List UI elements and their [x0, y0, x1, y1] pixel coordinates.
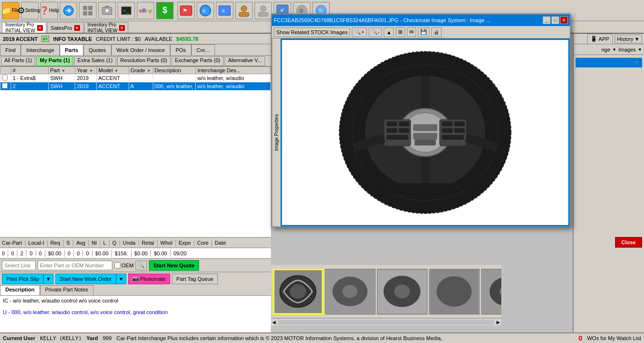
col-header-model[interactable]: Model ▼	[96, 67, 129, 74]
nav-tab-parts[interactable]: Parts	[60, 44, 84, 55]
popup-close-btn[interactable]: ✕	[560, 16, 568, 24]
thumbnail-2[interactable]	[325, 269, 376, 315]
print-btn[interactable]: 🖨	[431, 27, 442, 37]
icon-btn-1[interactable]: ⚑	[177, 2, 195, 19]
col-header-interchange[interactable]: Interchange Des...	[196, 67, 271, 74]
prev-img-btn[interactable]: ▲	[384, 27, 394, 37]
svg-text:⚑: ⚑	[183, 8, 188, 13]
icon-btn-4[interactable]	[235, 2, 253, 19]
zoom-out-icon: 🔍-	[371, 29, 380, 35]
grid-view-btn[interactable]: ⊞	[396, 27, 405, 37]
col-header-part[interactable]: Part ▼	[48, 67, 75, 74]
svg-text:✔: ✔	[280, 7, 284, 13]
select-line-input[interactable]	[2, 261, 36, 270]
sub-tab-myparts[interactable]: My Parts (1)	[36, 56, 73, 66]
stat-avg-val: 0	[39, 251, 42, 256]
update-btn[interactable]	[60, 2, 77, 19]
grid-btn[interactable]	[79, 2, 96, 19]
row1-check[interactable]	[0, 74, 11, 82]
thumbnail-4[interactable]	[429, 269, 480, 315]
terminal-btn[interactable]: >_	[118, 2, 135, 19]
sub-tab-allparts[interactable]: All Parts (1)	[1, 56, 35, 66]
tab-salespro[interactable]: SalesPro ✕	[47, 22, 83, 33]
print-pick-slip-button[interactable]: Print Pick Slip	[2, 274, 43, 284]
thumbnail-1[interactable]	[273, 269, 323, 315]
print-pick-slip-dropdown[interactable]: ▼	[43, 274, 54, 284]
nav-tab-interchange[interactable]: Interchange	[21, 44, 59, 55]
part-tag-queue-button[interactable]: Part Tag Queue	[172, 274, 218, 284]
nav-tab-pos[interactable]: POs	[170, 44, 191, 55]
col-header-year[interactable]: Year ▼	[75, 67, 96, 74]
svg-rect-58	[399, 121, 409, 126]
tab-inventory-2[interactable]: Inventory Pro INITIAL VIEW ✕	[84, 22, 129, 33]
help-btn[interactable]: ❓ Help	[40, 2, 58, 19]
images-filter-icon[interactable]: ▼	[638, 47, 642, 52]
history-button[interactable]: History ▼	[615, 35, 642, 43]
col-header-description[interactable]: Description	[153, 67, 196, 74]
close-button[interactable]: Close	[615, 237, 642, 248]
tab-close-3[interactable]: ✕	[119, 25, 125, 31]
ebay-btn[interactable]: eBay	[137, 2, 154, 19]
start-new-work-order-dropdown[interactable]: ▼	[116, 274, 126, 284]
photomate-button[interactable]: 📷 Photomate	[128, 274, 170, 284]
start-new-work-order-button[interactable]: Start New Work Order	[55, 274, 116, 284]
scroll-left-arrow[interactable]: ◀	[271, 320, 277, 325]
dollar-btn[interactable]: $	[156, 2, 174, 19]
popup-minimize-btn[interactable]: _	[543, 16, 550, 24]
grid-icon: ⊞	[398, 29, 402, 35]
zoom-in-btn[interactable]: 🔍+	[352, 27, 366, 37]
tab-inventory-1[interactable]: Inventory Pro INITIAL VIEW ✕	[2, 22, 46, 33]
description-tabs: Description Private Part Notes	[0, 285, 271, 296]
status-bar: Current User KELLY (KELLY) Yard 999 Car-…	[0, 332, 644, 343]
scroll-track[interactable]	[278, 320, 494, 325]
sub-tab-extrasales[interactable]: Extra Sales (1)	[74, 56, 116, 66]
search-button[interactable]: 🔍	[135, 261, 147, 270]
nav-tab-cre[interactable]: Cre...	[191, 44, 215, 55]
thumbnail-3[interactable]	[377, 269, 428, 315]
sub-tab-exchangeparts[interactable]: Exchange Parts (0)	[172, 56, 224, 66]
zoom-out-btn[interactable]: 🔍-	[369, 27, 382, 37]
show-stock-images-btn[interactable]: Show Related STOCK Images	[274, 27, 350, 37]
scroll-right-arrow[interactable]: ▶	[495, 320, 501, 325]
start-new-quote-button[interactable]: Start New Quote	[149, 260, 199, 271]
icon-btn-3[interactable]: ≡	[216, 2, 233, 19]
car-tag[interactable]: 🏷	[41, 36, 49, 42]
popup-main-image[interactable]	[281, 39, 570, 226]
photo-btn[interactable]	[98, 2, 116, 19]
row2-check[interactable]	[0, 82, 11, 91]
desc-tab-description[interactable]: Description	[0, 285, 40, 295]
tab-label-1: Inventory Pro INITIAL VIEW	[5, 22, 35, 34]
popup-restore-btn[interactable]: □	[551, 16, 559, 24]
nav-tab-workorder[interactable]: Work Order / Invoice	[111, 44, 171, 55]
oem-label: OEM	[121, 263, 134, 268]
file-btn[interactable]: 📁 File	[2, 2, 19, 19]
tab-close-1[interactable]: ✕	[37, 25, 43, 31]
desc-tab-private-notes[interactable]: Private Part Notes	[40, 285, 94, 295]
stat-l-val: 0	[67, 251, 70, 256]
sub-tab-alternativev[interactable]: Alternative V...	[225, 56, 266, 66]
nav-tab-find[interactable]: Find	[0, 44, 21, 55]
col-header-check[interactable]	[0, 67, 11, 74]
part-oem-input[interactable]	[38, 261, 112, 270]
row1-desc	[153, 74, 196, 82]
filter-icon[interactable]: ▼	[612, 47, 617, 52]
col-header-num[interactable]: #	[11, 67, 49, 74]
nav-tab-quotes[interactable]: Quotes	[83, 44, 111, 55]
col-header-grade[interactable]: Grade ▼	[129, 67, 153, 74]
tab-close-2[interactable]: ✕	[74, 25, 80, 31]
info-bar: 2019 ACCENT 🏷 INFO TAXABLE CREDIT LIMIT …	[0, 34, 271, 44]
icon-btn-2[interactable]: ≡	[197, 2, 214, 19]
email-btn[interactable]: ✉	[407, 27, 416, 37]
app-button[interactable]: 📱 APP	[587, 34, 613, 44]
save-icon: 💾	[420, 29, 427, 35]
oem-checkbox[interactable]	[114, 261, 121, 270]
icon-btn-5[interactable]	[255, 2, 272, 19]
table-row[interactable]: 2 SWH 2019 ACCENT A 000, w/o leather, w/…	[0, 82, 271, 91]
tab-label-3: Inventory Pro INITIAL VIEW	[88, 22, 118, 34]
sub-tab-resolutionparts[interactable]: Resolution Parts (0)	[117, 56, 171, 66]
table-row[interactable]: 1 - Extra$ SWH 2019 ACCENT w/o leather, …	[0, 74, 271, 82]
email-icon: ✉	[409, 29, 414, 35]
save-btn[interactable]: 💾	[418, 27, 429, 37]
thumbnail-5[interactable]	[481, 269, 501, 315]
settings-btn[interactable]: ⚙ Settings	[21, 2, 39, 19]
